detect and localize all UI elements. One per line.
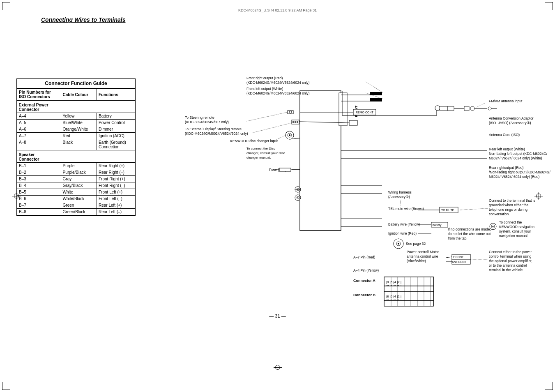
svg-point-50 <box>493 226 494 227</box>
pin-b5: B–5 <box>17 189 61 196</box>
func-b2: Rear Right (–) <box>97 169 135 176</box>
pin-b2: B–2 <box>17 169 61 176</box>
tel-note2: grounded when either the <box>489 203 529 207</box>
color-b5: White <box>61 189 97 196</box>
disc-connect-note: To connect the Disc <box>246 147 275 150</box>
tel-note4: conversation. <box>489 212 510 216</box>
color-b3: Gray <box>61 176 97 182</box>
svg-point-30 <box>435 106 440 111</box>
color-a4: Yellow <box>61 113 97 120</box>
front-right-output-label2: (KDC-M6024G/M6024/V6524/6024 only) <box>246 81 310 85</box>
bottom-crosshair <box>274 363 282 371</box>
wiring-harness-label2: (Accessory①) <box>388 195 410 199</box>
table-row: A–4 Yellow Battery <box>17 113 135 120</box>
rear-right-output-label2: /Non-fading right output (KDC-M6024G/ <box>489 170 550 174</box>
connect-note: Connect either to the power <box>489 250 532 254</box>
svg-rect-26 <box>279 168 291 171</box>
page-title: Connecting Wires to Terminals <box>41 16 539 23</box>
rear-left-output-label: Rear left output (White) <box>489 147 525 151</box>
svg-line-47 <box>460 208 488 210</box>
kenwood-nav-label3: system, consult your <box>499 229 531 233</box>
pin-a7: A–7 <box>17 133 61 139</box>
svg-rect-6 <box>370 98 382 101</box>
color-b7: Green <box>61 202 97 209</box>
table-row: B–3 Gray Front Right (+) <box>17 176 135 182</box>
pin-b6: B–6 <box>17 196 61 202</box>
func-a8: Earth (Ground)Connection <box>97 139 135 150</box>
func-b8: Rear Left (–) <box>97 209 135 215</box>
connect-note2: control terminal when using <box>489 254 532 258</box>
no-connection-label: If no connections are made, <box>448 227 491 231</box>
section-external-power: External PowerConnector <box>17 101 135 113</box>
a4-pin-label: A–4 Pin (Yellow) <box>353 268 379 272</box>
svg-line-59 <box>446 257 452 258</box>
antenna-adaptor-label2: (ISO–JASO) (Accessory③) <box>489 121 531 125</box>
a7-pin-label: A–7 Pin (Red) <box>353 255 375 259</box>
left-crosshair <box>12 192 21 200</box>
right-crosshair <box>534 192 543 200</box>
svg-rect-0 <box>300 91 341 231</box>
no-connection-label3: from the tab. <box>448 236 467 240</box>
connector-function-table: Pin Numbers forISO Connectors Cable Colo… <box>17 88 135 215</box>
table-row: A–7 Red Ignition (ACC) <box>17 133 135 139</box>
func-a4: Battery <box>97 113 135 120</box>
connect-note4: or to the antenna control <box>489 263 527 267</box>
wiring-diagram-section: FRONT Front right output (Red) (KDC-M602… <box>152 29 555 309</box>
svg-rect-34 <box>464 106 469 111</box>
page-container: KDC-M6024G_U.S r4 02.11.8 9:22 AM Page 3… <box>0 0 555 392</box>
steering-remote-label2: (KDC-5024/5024V/507 only) <box>185 120 229 124</box>
pin-a5: A–5 <box>17 120 61 126</box>
svg-point-35 <box>470 106 474 111</box>
pin-a8: A–8 <box>17 139 61 150</box>
pin-a4: A–4 <box>17 113 61 120</box>
kenwood-nav-label2: KENWOOD navigation <box>499 225 534 229</box>
func-b6: Front Left (–) <box>97 196 135 202</box>
connector-b-pins: |8 |6 |4 |2 | <box>386 295 401 298</box>
svg-rect-63 <box>384 286 433 292</box>
func-a6: Dimmer <box>97 126 135 133</box>
section-speaker: SpeakerConnector <box>17 150 135 163</box>
front-left-output-label: Front left output (White) <box>246 87 283 91</box>
connector-table: Connector Function Guide Pin Numbers for… <box>16 78 136 216</box>
table-row: B–1 Purple Rear Right (+) <box>17 163 135 169</box>
corner-mark-tl <box>2 2 10 10</box>
table-row: A–6 Orange/White Dimmer <box>17 126 135 133</box>
antenna-adaptor-label: Antenna Conversion Adaptor <box>489 116 534 120</box>
pin-b7: B–7 <box>17 202 61 209</box>
table-row: A–8 Black Earth (Ground)Connection <box>17 139 135 150</box>
table-row: B–4 Gray/Black Front Right (–) <box>17 182 135 189</box>
rear-left-output-label3: M6024/ V6524/ 6024 only) (White) <box>489 156 542 160</box>
color-a8: Black <box>61 139 97 150</box>
rear-right-output-label: Rear rightoutput (Red) <box>489 166 524 170</box>
svg-rect-1 <box>339 93 347 126</box>
func-b1: Rear Right (+) <box>97 163 135 169</box>
fm-antenna-label: FM/AM antenna input <box>489 99 523 103</box>
table-row: B–5 White Front Left (+) <box>17 189 135 196</box>
pin-b1: B–1 <box>17 163 61 169</box>
svg-point-56 <box>398 243 399 244</box>
power-control-label3: (Blue/White) <box>407 259 426 263</box>
f-cont-label: F.CONT <box>453 256 464 258</box>
col-header-pin: Pin Numbers forISO Connectors <box>17 89 61 101</box>
connector-table-section: Connector Function Guide Pin Numbers for… <box>16 78 144 309</box>
svg-rect-17 <box>295 121 296 123</box>
svg-line-12 <box>246 112 288 121</box>
to-mute-label: TO MUTE <box>441 209 454 212</box>
front-left-output-label2: (KDC-M6024G/M6024/V6524/6024 only) <box>246 91 310 95</box>
color-b6: White/Black <box>61 196 97 202</box>
tel-note: Connect to the terminal that is <box>489 198 535 203</box>
connector-table-title: Connector Function Guide <box>17 79 135 88</box>
color-b8: Green/Black <box>61 209 97 215</box>
section-label-speaker: SpeakerConnector <box>17 150 135 163</box>
power-control-label2: antenna control wire <box>407 254 438 258</box>
corner-mark-tr <box>545 2 553 10</box>
kenwood-nav-label: To connect the <box>499 220 522 224</box>
kenwood-nav-label4: navigation manual. <box>499 234 528 238</box>
svg-point-37 <box>488 107 491 110</box>
col-header-color: Cable Colour <box>61 89 97 101</box>
wiring-diagram-svg: FRONT Front right output (Red) (KDC-M602… <box>152 29 555 309</box>
color-b1: Purple <box>61 163 97 169</box>
external-display-label2: (KDC-M6024G/M6024/V6524/6024 only) <box>185 131 248 136</box>
connector-a-pins: |8 |6 |4 |2 | <box>386 280 401 284</box>
front-right-output-label: Front right output (Red) <box>246 76 283 80</box>
